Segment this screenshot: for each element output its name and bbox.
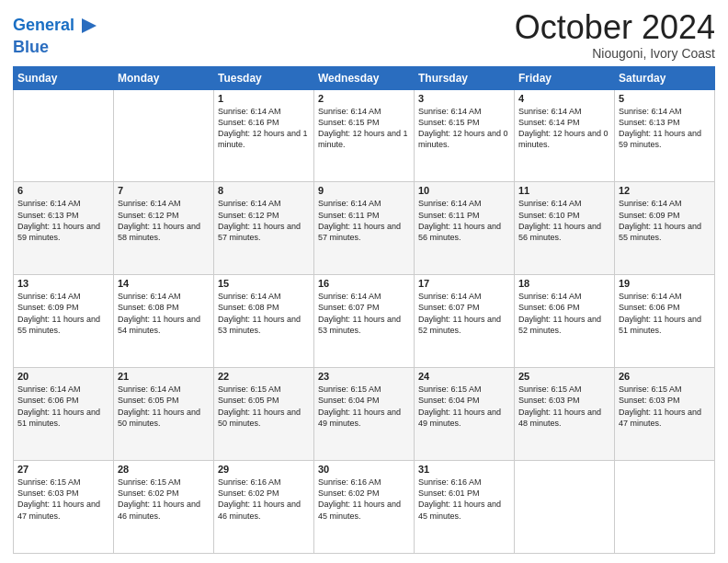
day-number: 31 — [418, 464, 510, 475]
day-info: Sunrise: 6:14 AMSunset: 6:07 PMDaylight:… — [318, 291, 410, 336]
day-number: 4 — [518, 93, 610, 104]
calendar-cell: 11Sunrise: 6:14 AMSunset: 6:10 PMDayligh… — [515, 182, 615, 275]
day-number: 1 — [218, 93, 310, 104]
calendar-week-row: 20Sunrise: 6:14 AMSunset: 6:06 PMDayligh… — [14, 368, 715, 461]
calendar-cell: 14Sunrise: 6:14 AMSunset: 6:08 PMDayligh… — [114, 275, 214, 368]
day-number: 6 — [17, 185, 109, 196]
day-info: Sunrise: 6:14 AMSunset: 6:06 PMDaylight:… — [17, 384, 109, 429]
calendar-cell: 19Sunrise: 6:14 AMSunset: 6:06 PMDayligh… — [615, 275, 715, 368]
day-info: Sunrise: 6:14 AMSunset: 6:14 PMDaylight:… — [518, 106, 610, 151]
calendar-cell: 17Sunrise: 6:14 AMSunset: 6:07 PMDayligh… — [415, 275, 515, 368]
day-number: 3 — [418, 93, 510, 104]
day-number: 30 — [318, 464, 410, 475]
day-number: 5 — [619, 93, 711, 104]
day-number: 7 — [118, 185, 210, 196]
weekday-header: Tuesday — [214, 66, 314, 89]
day-info: Sunrise: 6:14 AMSunset: 6:16 PMDaylight:… — [218, 106, 310, 151]
logo-text: General — [13, 17, 74, 35]
day-info: Sunrise: 6:14 AMSunset: 6:12 PMDaylight:… — [218, 198, 310, 243]
day-info: Sunrise: 6:14 AMSunset: 6:15 PMDaylight:… — [318, 106, 410, 151]
day-number: 20 — [17, 371, 109, 382]
day-info: Sunrise: 6:14 AMSunset: 6:13 PMDaylight:… — [619, 106, 711, 151]
calendar-cell: 15Sunrise: 6:14 AMSunset: 6:08 PMDayligh… — [214, 275, 314, 368]
weekday-header: Saturday — [615, 66, 715, 89]
day-info: Sunrise: 6:15 AMSunset: 6:03 PMDaylight:… — [518, 384, 610, 429]
calendar-cell: 30Sunrise: 6:16 AMSunset: 6:02 PMDayligh… — [314, 461, 415, 554]
day-info: Sunrise: 6:16 AMSunset: 6:02 PMDaylight:… — [318, 477, 410, 522]
calendar-cell: 18Sunrise: 6:14 AMSunset: 6:06 PMDayligh… — [515, 275, 615, 368]
day-number: 15 — [218, 278, 310, 289]
day-info: Sunrise: 6:14 AMSunset: 6:10 PMDaylight:… — [518, 198, 610, 243]
calendar-cell: 25Sunrise: 6:15 AMSunset: 6:03 PMDayligh… — [515, 368, 615, 461]
day-number: 11 — [518, 185, 610, 196]
calendar-cell — [515, 461, 615, 554]
day-info: Sunrise: 6:14 AMSunset: 6:05 PMDaylight:… — [118, 384, 210, 429]
day-info: Sunrise: 6:14 AMSunset: 6:09 PMDaylight:… — [619, 198, 711, 243]
day-info: Sunrise: 6:15 AMSunset: 6:05 PMDaylight:… — [218, 384, 310, 429]
day-info: Sunrise: 6:16 AMSunset: 6:02 PMDaylight:… — [218, 477, 310, 522]
day-info: Sunrise: 6:15 AMSunset: 6:03 PMDaylight:… — [619, 384, 711, 429]
calendar-cell: 20Sunrise: 6:14 AMSunset: 6:06 PMDayligh… — [14, 368, 114, 461]
calendar-cell: 13Sunrise: 6:14 AMSunset: 6:09 PMDayligh… — [14, 275, 114, 368]
day-info: Sunrise: 6:14 AMSunset: 6:11 PMDaylight:… — [318, 198, 410, 243]
calendar-cell: 26Sunrise: 6:15 AMSunset: 6:03 PMDayligh… — [615, 368, 715, 461]
calendar-cell — [615, 461, 715, 554]
weekday-header: Friday — [515, 66, 615, 89]
day-number: 13 — [17, 278, 109, 289]
day-info: Sunrise: 6:14 AMSunset: 6:09 PMDaylight:… — [17, 291, 109, 336]
day-info: Sunrise: 6:15 AMSunset: 6:04 PMDaylight:… — [418, 384, 510, 429]
day-number: 21 — [118, 371, 210, 382]
calendar-cell — [114, 89, 214, 182]
day-number: 9 — [318, 185, 410, 196]
day-info: Sunrise: 6:14 AMSunset: 6:08 PMDaylight:… — [218, 291, 310, 336]
day-info: Sunrise: 6:15 AMSunset: 6:04 PMDaylight:… — [318, 384, 410, 429]
location: Niougoni, Ivory Coast — [515, 46, 715, 61]
calendar-cell: 21Sunrise: 6:14 AMSunset: 6:05 PMDayligh… — [114, 368, 214, 461]
day-info: Sunrise: 6:15 AMSunset: 6:03 PMDaylight:… — [17, 477, 109, 522]
calendar-cell: 6Sunrise: 6:14 AMSunset: 6:13 PMDaylight… — [14, 182, 114, 275]
calendar-cell: 4Sunrise: 6:14 AMSunset: 6:14 PMDaylight… — [515, 89, 615, 182]
day-number: 19 — [619, 278, 711, 289]
day-number: 27 — [17, 464, 109, 475]
day-number: 22 — [218, 371, 310, 382]
calendar-cell: 16Sunrise: 6:14 AMSunset: 6:07 PMDayligh… — [314, 275, 415, 368]
header: General Blue October 2024 Niougoni, Ivor… — [13, 9, 715, 61]
day-info: Sunrise: 6:14 AMSunset: 6:07 PMDaylight:… — [418, 291, 510, 336]
calendar-cell: 31Sunrise: 6:16 AMSunset: 6:01 PMDayligh… — [415, 461, 515, 554]
calendar-cell: 28Sunrise: 6:15 AMSunset: 6:02 PMDayligh… — [114, 461, 214, 554]
page: General Blue October 2024 Niougoni, Ivor… — [0, 0, 728, 563]
day-info: Sunrise: 6:14 AMSunset: 6:13 PMDaylight:… — [17, 198, 109, 243]
calendar-cell: 10Sunrise: 6:14 AMSunset: 6:11 PMDayligh… — [415, 182, 515, 275]
day-info: Sunrise: 6:16 AMSunset: 6:01 PMDaylight:… — [418, 477, 510, 522]
day-number: 10 — [418, 185, 510, 196]
day-number: 16 — [318, 278, 410, 289]
day-info: Sunrise: 6:14 AMSunset: 6:06 PMDaylight:… — [619, 291, 711, 336]
calendar-week-row: 27Sunrise: 6:15 AMSunset: 6:03 PMDayligh… — [14, 461, 715, 554]
calendar-week-row: 1Sunrise: 6:14 AMSunset: 6:16 PMDaylight… — [14, 89, 715, 182]
day-number: 18 — [518, 278, 610, 289]
weekday-header: Sunday — [14, 66, 114, 89]
calendar-cell: 29Sunrise: 6:16 AMSunset: 6:02 PMDayligh… — [214, 461, 314, 554]
svg-marker-0 — [82, 18, 97, 33]
weekday-header: Thursday — [415, 66, 515, 89]
day-number: 12 — [619, 185, 711, 196]
day-number: 8 — [218, 185, 310, 196]
weekday-header: Monday — [114, 66, 214, 89]
calendar-cell: 12Sunrise: 6:14 AMSunset: 6:09 PMDayligh… — [615, 182, 715, 275]
calendar-cell: 27Sunrise: 6:15 AMSunset: 6:03 PMDayligh… — [14, 461, 114, 554]
day-number: 24 — [418, 371, 510, 382]
day-info: Sunrise: 6:14 AMSunset: 6:15 PMDaylight:… — [418, 106, 510, 151]
day-number: 28 — [118, 464, 210, 475]
calendar-cell: 5Sunrise: 6:14 AMSunset: 6:13 PMDaylight… — [615, 89, 715, 182]
month-title: October 2024 — [515, 9, 715, 46]
day-number: 29 — [218, 464, 310, 475]
day-number: 17 — [418, 278, 510, 289]
weekday-header: Wednesday — [314, 66, 415, 89]
calendar-cell: 8Sunrise: 6:14 AMSunset: 6:12 PMDaylight… — [214, 182, 314, 275]
day-info: Sunrise: 6:15 AMSunset: 6:02 PMDaylight:… — [118, 477, 210, 522]
day-number: 2 — [318, 93, 410, 104]
calendar-cell — [14, 89, 114, 182]
calendar-cell: 7Sunrise: 6:14 AMSunset: 6:12 PMDaylight… — [114, 182, 214, 275]
calendar-week-row: 6Sunrise: 6:14 AMSunset: 6:13 PMDaylight… — [14, 182, 715, 275]
logo-line2: Blue — [13, 38, 49, 56]
